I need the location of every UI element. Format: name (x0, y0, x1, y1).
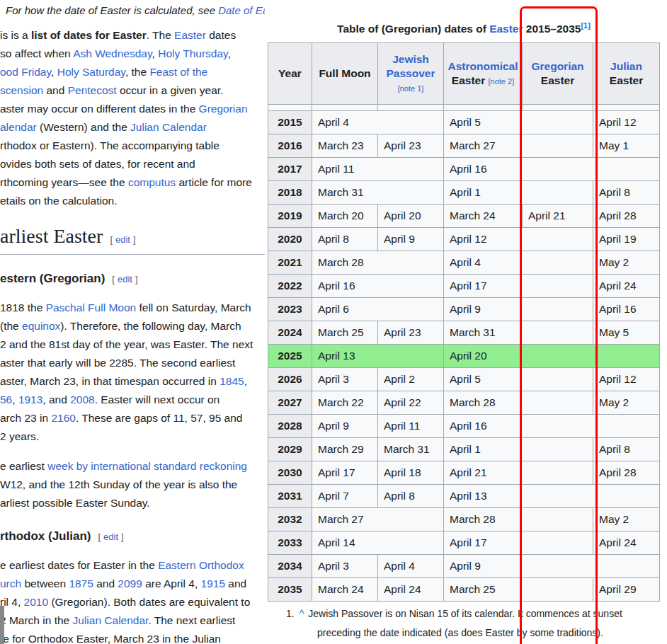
date-cell: March 24 (312, 578, 378, 602)
date-cell: March 22 (312, 391, 378, 415)
date-cell: April 5 (444, 368, 593, 391)
year-cell: 2015 (268, 111, 312, 134)
scrollbar-thumb[interactable] (0, 606, 4, 644)
note-link[interactable]: [note 1] (398, 84, 424, 93)
date-cell: April 8 (593, 181, 660, 205)
year-cell: 2022 (268, 275, 312, 298)
text-line: te for Orthodox Easter, March 23 in the … (0, 630, 265, 644)
date-cell: April 4 (444, 251, 593, 275)
wiki-link[interactable]: urch (0, 577, 21, 590)
date-cell: April 13 (312, 345, 444, 368)
wiki-link[interactable]: Gregorian (531, 60, 583, 72)
easter-table-section: Table of (Gregorian) dates of Easter 201… (268, 21, 660, 643)
text-segment: etails on the calculation. (0, 195, 117, 207)
wiki-link[interactable]: Julian (610, 60, 642, 72)
wiki-link[interactable]: Passover (387, 67, 435, 79)
edit-link[interactable]: edit (115, 234, 130, 245)
text-segment: aster, March 23, in that timespan occurr… (0, 375, 220, 387)
footnote-text: Jewish Passover is on Nisan 15 of its ca… (308, 608, 622, 619)
table-row-2027: 2027March 22April 22March 28May 2 (268, 391, 660, 415)
text-segment: (the (0, 320, 22, 332)
wiki-link[interactable]: ood Friday (0, 66, 51, 78)
wiki-link[interactable]: 1845 (220, 375, 244, 387)
text-line: For how the date of Easter is calculated… (6, 2, 265, 19)
table-row-2030: 2030April 17April 18April 21April 28 (268, 461, 660, 485)
year-cell: 2031 (268, 485, 312, 508)
wiki-link[interactable]: Julian Calendar (73, 614, 149, 626)
spacer-cell (444, 105, 523, 111)
wiki-link[interactable]: 56 (0, 393, 12, 406)
year-cell: 2019 (268, 205, 312, 228)
wiki-link[interactable]: 2010 (24, 596, 48, 608)
wiki-link[interactable]: 2099 (118, 577, 142, 590)
wiki-link[interactable]: Paschal Full Moon (46, 301, 137, 314)
column-header-jewish-passover: JewishPassover[note 1] (378, 43, 444, 105)
wiki-link[interactable]: alendar (0, 121, 37, 133)
year-cell: 2020 (268, 228, 312, 251)
text-segment: Year (278, 67, 302, 79)
heading-text: estern (Gregorian) (0, 272, 105, 285)
wiki-link[interactable]: equinox (22, 320, 60, 332)
wiki-link[interactable]: computus (128, 176, 176, 188)
wiki-link[interactable]: Ash Wednesday (73, 47, 152, 59)
date-cell: April 12 (593, 111, 660, 134)
date-cell: April 1 (444, 438, 593, 461)
text-line: ril 4, 2010 (Gregorian). Both dates are … (0, 593, 265, 611)
text-line: ood Friday, Holy Saturday, the Feast of … (0, 63, 265, 81)
text-segment: so affect when (0, 47, 73, 59)
wiki-link[interactable]: Jewish (392, 53, 429, 65)
edit-link[interactable]: edit (103, 531, 118, 542)
table-row-2035: 2035March 24April 24March 25April 29 (268, 578, 660, 602)
wiki-link[interactable]: week by international standard reckoning (47, 460, 247, 472)
text-segment: . The next earliest (148, 614, 235, 626)
text-segment: 2 years. (0, 430, 39, 442)
text-line: 2 years. (0, 427, 265, 446)
date-cell: April 7 (312, 485, 378, 508)
text-segment: 2015–2035 (523, 23, 581, 35)
year-cell: 2028 (268, 415, 312, 438)
spacer-cell (593, 105, 660, 111)
wiki-link[interactable]: Date of Easter (218, 4, 265, 16)
wiki-link[interactable]: scension (0, 84, 43, 96)
table-caption: Table of (Gregorian) dates of Easter 201… (268, 21, 660, 37)
wiki-link[interactable]: Gregorian (199, 103, 248, 115)
table-row-2015: 2015April 4April 5April 12 (268, 111, 660, 134)
wiki-link[interactable]: Easter (489, 23, 523, 35)
edit-section: [edit] (98, 531, 123, 542)
year-cell: 2025 (268, 345, 312, 368)
table-row-2020: 2020April 8April 9April 12April 19 (268, 228, 660, 251)
wiki-link[interactable]: Astronomical (447, 60, 518, 72)
wiki-link[interactable]: Feast of the (149, 66, 207, 78)
text-segment: is is a (0, 29, 31, 41)
date-cell: April 13 (444, 485, 660, 508)
edit-link[interactable]: edit (118, 274, 132, 284)
wiki-link[interactable]: 1913 (18, 393, 42, 406)
wiki-link[interactable]: 1875 (69, 577, 93, 590)
wiki-link[interactable]: 2160 (51, 412, 75, 424)
wiki-link[interactable]: Eastern Orthodox (158, 559, 244, 571)
text-line: so affect when Ash Wednesday, Holy Thurs… (0, 45, 265, 63)
wiki-link[interactable]: Easter (174, 29, 206, 41)
wiki-link[interactable]: Holy Saturday (57, 66, 125, 78)
wiki-link[interactable]: Holy Thursday (158, 47, 228, 59)
reference-link[interactable]: [1] (581, 21, 590, 30)
wiki-link[interactable]: 1915 (201, 577, 225, 590)
table-row-2023: 2023April 6April 9April 16 (268, 298, 660, 321)
year-cell: 2032 (268, 508, 312, 531)
date-cell: April 20 (378, 205, 444, 228)
section-heading: arliest Easter[edit] (0, 224, 265, 255)
date-cell: April 18 (378, 461, 444, 485)
wiki-link[interactable]: 2008 (70, 393, 94, 406)
wiki-link[interactable]: Pentecost (68, 84, 117, 96)
text-segment: For how the date of Easter is calculated… (6, 4, 218, 16)
date-cell: March 31 (444, 321, 593, 345)
table-row-2016: 2016March 23April 23March 27May 1 (268, 134, 660, 158)
date-cell: April 2 (378, 368, 444, 391)
note-link[interactable]: [note 2] (489, 77, 515, 86)
year-cell: 2023 (268, 298, 312, 321)
wiki-link[interactable]: Julian Calendar (130, 121, 207, 133)
column-header-year: Year (268, 43, 312, 105)
heading-text: rthodox (Julian) (0, 529, 91, 543)
date-cell: May 2 (593, 391, 660, 415)
backref-link[interactable]: ^ (300, 608, 304, 619)
